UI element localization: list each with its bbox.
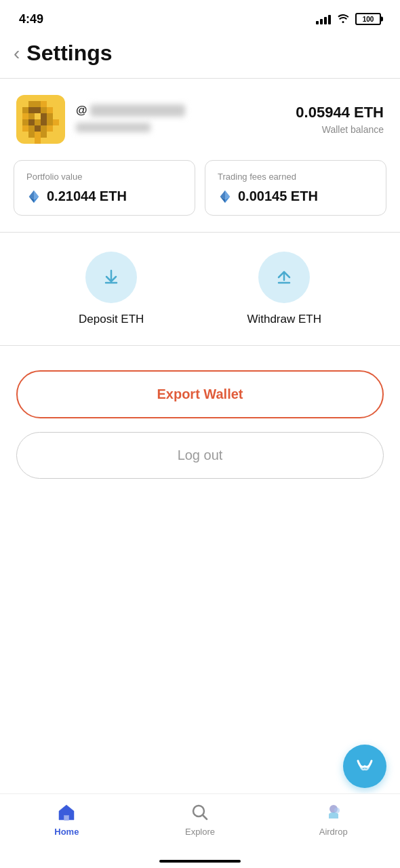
withdraw-action[interactable]: Withdraw ETH <box>247 252 321 326</box>
svg-rect-3 <box>41 101 47 107</box>
svg-rect-1 <box>28 101 35 107</box>
svg-rect-27 <box>28 132 35 138</box>
svg-rect-18 <box>35 119 41 125</box>
svg-marker-34 <box>29 190 34 199</box>
page-title: Settings <box>26 41 112 66</box>
svg-rect-10 <box>28 113 35 119</box>
nav-airdrop-label: Airdrop <box>319 827 348 837</box>
svg-rect-8 <box>47 107 53 113</box>
trading-fees-label: Trading fees earned <box>218 172 374 182</box>
deposit-action[interactable]: Deposit ETH <box>79 252 144 326</box>
wallet-label: Wallet balance <box>296 124 384 135</box>
svg-rect-19 <box>41 119 47 125</box>
svg-rect-22 <box>22 125 28 132</box>
status-time: 4:49 <box>19 12 43 26</box>
wallet-amount: 0.05944 ETH <box>296 104 384 121</box>
nav-airdrop[interactable]: Airdrop <box>266 802 400 837</box>
deposit-label: Deposit ETH <box>79 313 144 326</box>
svg-rect-28 <box>35 132 41 138</box>
svg-rect-26 <box>47 125 53 132</box>
wifi-icon <box>336 12 350 26</box>
svg-rect-17 <box>28 119 35 125</box>
svg-rect-16 <box>22 119 28 125</box>
svg-point-42 <box>334 808 340 813</box>
actions-section: Deposit ETH Withdraw ETH <box>0 232 400 346</box>
nav-explore[interactable]: Explore <box>134 802 267 837</box>
header: ‹ Settings <box>0 34 400 78</box>
nav-indicator <box>159 860 241 863</box>
fab-button[interactable] <box>343 745 386 788</box>
svg-rect-25 <box>41 125 47 132</box>
profile-left: @ <box>16 95 185 144</box>
trading-fees-value: 0.00145 ETH <box>218 189 374 204</box>
fab-icon <box>353 754 377 778</box>
username-blur <box>90 104 185 117</box>
withdraw-icon <box>273 267 295 288</box>
back-button[interactable]: ‹ <box>14 44 20 63</box>
svg-rect-12 <box>41 113 47 119</box>
explore-icon <box>190 802 210 823</box>
deposit-icon <box>100 267 122 288</box>
svg-rect-30 <box>35 138 41 144</box>
profile-info: @ <box>76 104 185 135</box>
status-bar: 4:49 100 <box>0 0 400 34</box>
svg-rect-24 <box>35 125 41 132</box>
withdraw-circle <box>258 252 310 303</box>
svg-rect-6 <box>35 107 41 113</box>
avatar <box>16 95 65 144</box>
nav-home[interactable]: Home <box>0 802 134 837</box>
svg-marker-38 <box>220 190 225 199</box>
deposit-circle <box>85 252 137 303</box>
eth-icon-2 <box>218 189 233 204</box>
stats-row: Portfolio value 0.21044 ETH Trading fees… <box>0 160 400 232</box>
svg-rect-9 <box>22 113 28 119</box>
svg-rect-29 <box>41 132 47 138</box>
svg-rect-11 <box>35 113 41 119</box>
wallet-balance-section: 0.05944 ETH Wallet balance <box>296 104 384 135</box>
svg-rect-4 <box>22 107 28 113</box>
svg-rect-20 <box>47 119 53 125</box>
svg-rect-2 <box>35 101 41 107</box>
profile-sub-blur <box>76 123 151 132</box>
profile-sub <box>76 123 185 135</box>
bottom-nav: Home Explore Airdrop <box>0 793 400 868</box>
battery-icon: 100 <box>355 13 381 25</box>
svg-rect-23 <box>28 125 35 132</box>
svg-rect-13 <box>47 113 53 119</box>
nav-explore-label: Explore <box>185 827 215 837</box>
username: @ <box>76 104 185 117</box>
svg-rect-7 <box>41 107 47 113</box>
trading-fees-card: Trading fees earned 0.00145 ETH <box>205 160 386 216</box>
logout-button[interactable]: Log out <box>16 432 384 479</box>
nav-home-label: Home <box>54 827 79 837</box>
portfolio-value: 0.21044 ETH <box>26 189 182 204</box>
buttons-section: Export Wallet Log out <box>0 346 400 492</box>
profile-section: @ 0.05944 ETH Wallet balance <box>0 79 400 160</box>
portfolio-card: Portfolio value 0.21044 ETH <box>14 160 195 216</box>
svg-rect-14 <box>53 113 59 119</box>
withdraw-label: Withdraw ETH <box>247 313 321 326</box>
status-icons: 100 <box>316 12 381 26</box>
signal-icon <box>316 14 331 24</box>
eth-icon <box>26 189 41 204</box>
export-wallet-button[interactable]: Export Wallet <box>16 370 384 418</box>
svg-rect-21 <box>53 119 59 125</box>
airdrop-icon <box>323 802 344 823</box>
svg-rect-5 <box>28 107 35 113</box>
home-icon <box>56 802 77 823</box>
svg-rect-39 <box>64 815 69 821</box>
svg-rect-15 <box>16 119 22 125</box>
portfolio-label: Portfolio value <box>26 172 182 182</box>
